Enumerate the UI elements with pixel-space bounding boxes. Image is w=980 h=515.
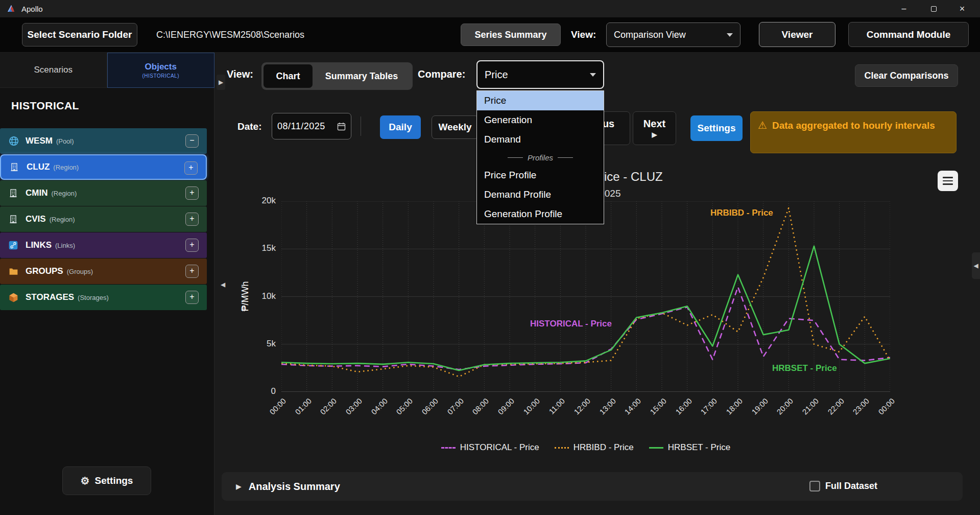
- viewer-button[interactable]: Viewer: [759, 22, 835, 47]
- sidebar-item-wesm[interactable]: WESM(Pool)−: [0, 128, 207, 154]
- view-label: View:: [571, 24, 596, 46]
- full-dataset-group: Full Dataset: [809, 481, 877, 491]
- menu-item-price-profile[interactable]: Price Profile: [477, 166, 604, 185]
- legend-item[interactable]: HRBSET - Price: [649, 442, 731, 453]
- object-type: (Groups): [67, 268, 93, 275]
- maximize-button[interactable]: [920, 0, 947, 17]
- date-input[interactable]: 08/11/2025: [272, 113, 351, 139]
- menu-item-generation-profile[interactable]: Generation Profile: [477, 204, 604, 224]
- sidebar-item-cvis[interactable]: CVIS(Region)+: [0, 206, 207, 232]
- chart-collapse-handle[interactable]: ◀: [219, 276, 227, 293]
- y-tick-label: 0: [245, 386, 276, 396]
- next-button[interactable]: Next ▶: [633, 111, 676, 145]
- divider: [361, 116, 361, 136]
- tab-scenarios[interactable]: Scenarios: [0, 53, 107, 88]
- legend-item[interactable]: HISTORICAL - Price: [441, 442, 539, 453]
- clear-comparisons-button[interactable]: Clear Comparisons: [855, 64, 958, 87]
- sidebar-expand-handle[interactable]: ▶: [217, 75, 225, 90]
- object-type: (Storages): [78, 294, 109, 301]
- view-tab-control: Chart Summary Tables: [261, 62, 413, 90]
- sidebar-item-storages[interactable]: STORAGES(Storages)+: [0, 285, 207, 310]
- object-toggle-button[interactable]: +: [184, 161, 198, 175]
- object-toggle-button[interactable]: +: [185, 291, 199, 304]
- sidebar-item-links[interactable]: LINKS(Links)+: [0, 232, 207, 258]
- object-name: CVIS: [26, 214, 46, 224]
- select-scenario-folder-button[interactable]: Select Scenario Folder: [22, 23, 137, 46]
- aggregation-warning-badge: ⚠ Data aggregated to hourly intervals: [750, 111, 957, 153]
- minimize-button[interactable]: –: [890, 0, 918, 17]
- chevron-down-icon: [590, 73, 596, 77]
- command-module-button[interactable]: Command Module: [848, 22, 969, 47]
- menu-separator-profiles: Profiles: [477, 149, 604, 166]
- chart-settings-button[interactable]: Settings: [690, 115, 743, 141]
- building-icon: [9, 161, 22, 173]
- sidebar-settings-button[interactable]: ⚙ Settings: [62, 466, 151, 495]
- view-mode-select[interactable]: Comparison View: [606, 22, 740, 47]
- window-titlebar: Apollo – ×: [0, 0, 980, 17]
- tab-summary-tables[interactable]: Summary Tables: [313, 64, 411, 88]
- cube-icon: [8, 291, 21, 303]
- warning-text: Data aggregated to hourly intervals: [772, 119, 935, 132]
- apollo-window: Apollo – × Select Scenario Folder C:\IEN…: [0, 0, 980, 515]
- legend-marker-icon: [649, 447, 663, 449]
- chart-legend: HISTORICAL - PriceHRBIBD - PriceHRBSET -…: [281, 442, 890, 453]
- object-toggle-button[interactable]: +: [185, 213, 199, 226]
- maximize-icon: [931, 6, 937, 12]
- tab-objects-sublabel: (HISTORICAL): [142, 73, 180, 79]
- sidebar-item-cmin[interactable]: CMIN(Region)+: [0, 180, 207, 206]
- tab-chart[interactable]: Chart: [264, 64, 313, 88]
- object-toggle-button[interactable]: +: [185, 265, 199, 278]
- legend-item[interactable]: HRBIBD - Price: [555, 442, 634, 453]
- object-type: (Pool): [56, 137, 74, 145]
- chart-menu-button[interactable]: [938, 171, 958, 191]
- legend-label: HRBSET - Price: [668, 442, 731, 453]
- warning-icon: ⚠: [758, 119, 767, 131]
- right-panel-handle[interactable]: ◀: [972, 252, 980, 279]
- full-dataset-label: Full Dataset: [825, 481, 877, 491]
- chart-view-label: View:: [227, 68, 253, 80]
- object-name: WESM: [26, 136, 53, 146]
- tab-objects[interactable]: Objects (HISTORICAL): [107, 53, 215, 88]
- compare-select-value: Price: [485, 69, 508, 81]
- menu-item-generation[interactable]: Generation: [477, 110, 604, 130]
- calendar-icon: [337, 122, 346, 131]
- expand-caret-icon[interactable]: ▶: [236, 482, 242, 490]
- arrow-right-icon: ▶: [652, 131, 657, 138]
- next-label: Next: [643, 118, 665, 130]
- object-name: GROUPS: [26, 266, 63, 276]
- analysis-summary-bar[interactable]: ▶ Analysis Summary Full Dataset: [222, 472, 963, 501]
- app-logo-icon: [6, 4, 16, 14]
- compare-select[interactable]: Price: [476, 60, 604, 89]
- menu-item-demand-profile[interactable]: Demand Profile: [477, 185, 604, 204]
- series-label-historical: HISTORICAL - Price: [530, 319, 612, 329]
- full-dataset-checkbox[interactable]: [809, 481, 820, 491]
- menu-item-demand[interactable]: Demand: [477, 130, 604, 149]
- object-toggle-button[interactable]: +: [185, 186, 199, 200]
- close-button[interactable]: ×: [948, 0, 976, 17]
- object-type: (Links): [55, 242, 75, 249]
- series-label-hrbset: HRBSET - Price: [772, 363, 837, 373]
- object-toggle-button[interactable]: +: [185, 239, 199, 252]
- compare-dropdown-menu: PriceGenerationDemandProfilesPrice Profi…: [476, 90, 604, 224]
- date-value: 08/11/2025: [277, 121, 325, 132]
- object-type: (Region): [50, 216, 75, 223]
- legend-marker-icon: [555, 447, 569, 449]
- legend-label: HISTORICAL - Price: [460, 442, 539, 453]
- window-title: Apollo: [21, 5, 43, 13]
- sidebar-object-list: WESM(Pool)−CLUZ(Region)+CMIN(Region)+CVI…: [0, 128, 207, 311]
- view-mode-value: Comparison View: [614, 30, 686, 40]
- object-toggle-button[interactable]: −: [185, 134, 199, 148]
- menu-item-price[interactable]: Price: [477, 91, 604, 110]
- sidebar-item-cluz[interactable]: CLUZ(Region)+: [0, 154, 207, 180]
- object-type: (Region): [51, 190, 77, 197]
- object-type: (Region): [53, 163, 79, 171]
- y-tick-label: 10k: [245, 291, 276, 301]
- globe-icon: [8, 135, 21, 147]
- series-summary-button[interactable]: Series Summary: [461, 24, 561, 46]
- daily-button[interactable]: Daily: [380, 115, 421, 139]
- sidebar-tabs: Scenarios Objects (HISTORICAL): [0, 53, 214, 88]
- weekly-button[interactable]: Weekly: [432, 115, 479, 139]
- sidebar-item-groups[interactable]: GROUPS(Groups)+: [0, 259, 207, 284]
- scenario-path: C:\IENERGY\WESM2508\Scenarios: [156, 23, 304, 46]
- y-tick-label: 5k: [245, 339, 276, 349]
